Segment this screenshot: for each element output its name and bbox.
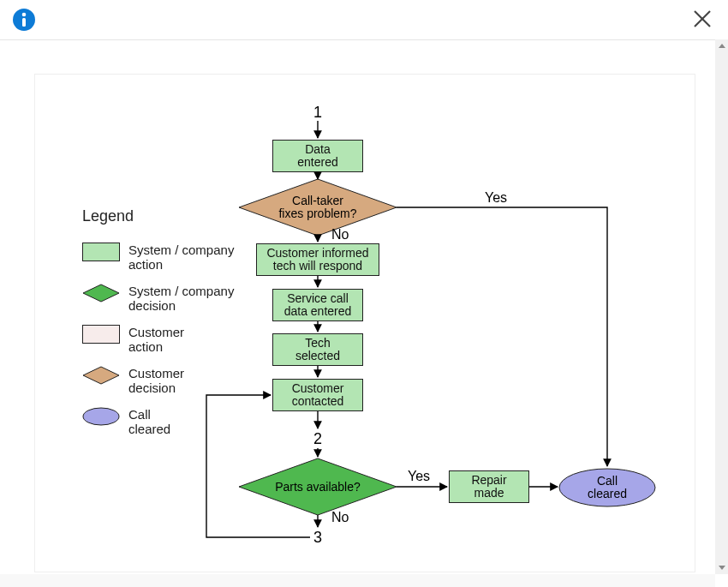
info-icon (12, 8, 36, 32)
svg-point-7 (83, 408, 119, 425)
node-call-cleared-label: Callcleared (539, 475, 676, 500)
legend-item-system-action: System / companyaction (82, 243, 248, 272)
edge-label-no-2: No (331, 510, 349, 525)
node-call-taker-fixes-label: Call-takerfixes problem? (249, 195, 386, 220)
node-repair-made: Repairmade (449, 470, 529, 503)
legend-swatch-ellipse (82, 407, 120, 426)
node-service-call-data: Service calldata entered (272, 289, 363, 321)
edge-label-no-1: No (331, 227, 349, 243)
connector-1: 1 (313, 104, 322, 122)
node-customer-contacted: Customercontacted (272, 379, 363, 411)
svg-point-1 (22, 13, 27, 17)
connector-3: 3 (313, 529, 322, 547)
svg-rect-2 (22, 18, 26, 27)
diagram-canvas: Legend System / companyaction System / c… (34, 74, 695, 572)
chevron-up-icon (719, 44, 725, 48)
close-icon[interactable] (692, 9, 713, 29)
scroll-down-button[interactable] (715, 561, 728, 574)
topbar (0, 0, 728, 40)
scroll-up-button[interactable] (715, 39, 728, 52)
horizontal-scrollbar[interactable] (0, 574, 715, 587)
connector-2: 2 (313, 430, 322, 448)
svg-marker-6 (83, 367, 119, 384)
legend-item-call-cleared: Callcleared (82, 407, 248, 436)
edge-label-yes-1: Yes (485, 190, 507, 206)
legend: Legend System / companyaction System / c… (82, 207, 248, 448)
node-parts-available-label: Parts available? (249, 481, 386, 494)
legend-title: Legend (82, 207, 248, 225)
node-customer-informed: Customer informedtech will respond (256, 243, 379, 276)
edge-label-yes-2: Yes (408, 469, 430, 484)
legend-item-system-decision: System / companydecision (82, 284, 248, 313)
legend-swatch-diamond (82, 366, 120, 385)
legend-item-customer-action: Customeraction (82, 325, 248, 354)
node-tech-selected: Techselected (272, 333, 363, 366)
svg-marker-5 (83, 285, 119, 302)
node-data-entered: Dataentered (272, 140, 363, 172)
legend-swatch-rect (82, 325, 120, 344)
vertical-scrollbar[interactable] (715, 39, 728, 574)
legend-swatch-rect (82, 243, 120, 261)
chevron-down-icon (719, 566, 725, 570)
legend-swatch-diamond (82, 284, 120, 302)
legend-item-customer-decision: Customerdecision (82, 366, 248, 395)
content-viewport: Legend System / companyaction System / c… (0, 39, 715, 587)
